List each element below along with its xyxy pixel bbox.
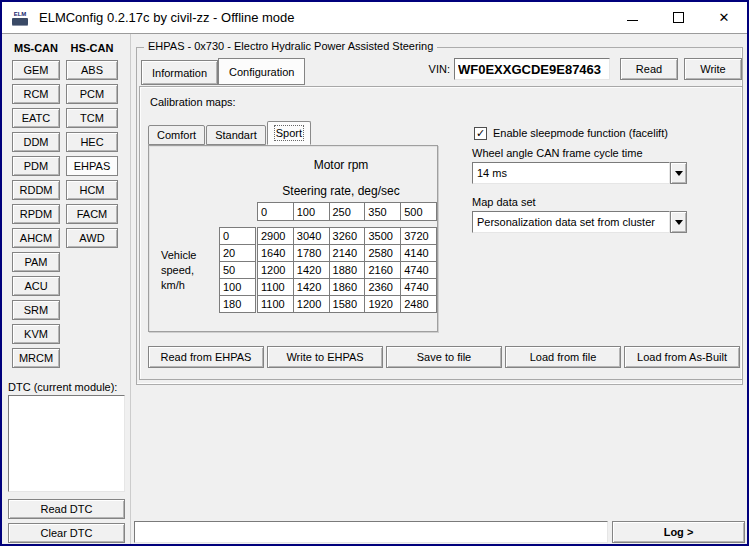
- vin-read-button[interactable]: Read: [620, 58, 678, 80]
- client-area: MS-CANGEMRCMEATCDDMPDMRDDMRPDMAHCMPAMACU…: [2, 34, 747, 544]
- maximize-button[interactable]: [655, 2, 701, 33]
- module-button-rpdm[interactable]: RPDM: [12, 204, 60, 224]
- dtc-listbox[interactable]: [8, 395, 125, 492]
- read-dtc-button[interactable]: Read DTC: [8, 499, 125, 519]
- module-button-gem[interactable]: GEM: [12, 60, 60, 80]
- map-row-label[interactable]: 0: [220, 228, 256, 245]
- map-value-cell[interactable]: 2900: [258, 228, 294, 245]
- map-col-header[interactable]: 500: [401, 203, 437, 221]
- action-button-load-from-file[interactable]: Load from file: [505, 346, 621, 368]
- action-button-write-to-ehpas[interactable]: Write to EHPAS: [267, 346, 383, 368]
- module-button-abs[interactable]: ABS: [66, 60, 118, 80]
- map-row-label[interactable]: 50: [220, 262, 256, 279]
- map-value-cell[interactable]: 1860: [329, 279, 365, 296]
- map-value-cell[interactable]: 2580: [365, 245, 401, 262]
- module-button-pdm[interactable]: PDM: [12, 156, 60, 176]
- map-value-cell[interactable]: 4740: [401, 262, 437, 279]
- map-columns-title: Steering rate, deg/sec: [257, 184, 425, 198]
- module-button-awd[interactable]: AWD: [66, 228, 118, 248]
- module-button-mrcm[interactable]: MRCM: [12, 348, 60, 368]
- map-value-cell[interactable]: 1920: [365, 296, 401, 313]
- map-value-cell[interactable]: 1100: [258, 296, 294, 313]
- module-button-ddm[interactable]: DDM: [12, 132, 60, 152]
- module-button-pcm[interactable]: PCM: [66, 84, 118, 104]
- chevron-down-icon: [675, 171, 683, 176]
- map-value-cell[interactable]: 3500: [365, 228, 401, 245]
- map-row-label[interactable]: 180: [220, 296, 256, 313]
- module-button-ehpas[interactable]: EHPAS: [66, 156, 118, 176]
- map-value-cell[interactable]: 1200: [258, 262, 294, 279]
- log-toggle-button[interactable]: Log >: [612, 521, 745, 543]
- module-button-facm[interactable]: FACM: [66, 204, 118, 224]
- map-tab-sport[interactable]: Sport: [267, 121, 311, 145]
- close-button[interactable]: ✕: [701, 2, 747, 33]
- map-value-cell[interactable]: 2360: [365, 279, 401, 296]
- module-button-rddm[interactable]: RDDM: [12, 180, 60, 200]
- map-value-cell[interactable]: 1200: [293, 296, 329, 313]
- module-button-srm[interactable]: SRM: [12, 300, 60, 320]
- module-button-ahcm[interactable]: AHCM: [12, 228, 60, 248]
- map-row-label[interactable]: 100: [220, 279, 256, 296]
- vin-write-button[interactable]: Write: [684, 58, 742, 80]
- sleepmode-label: Enable sleepmode function (facelift): [493, 127, 668, 139]
- module-button-hec[interactable]: HEC: [66, 132, 118, 152]
- wheel-angle-select[interactable]: 14 ms: [472, 162, 687, 184]
- map-value-cell[interactable]: 3260: [329, 228, 365, 245]
- map-col-header[interactable]: 100: [293, 203, 329, 221]
- wheel-angle-dropdown-button[interactable]: [670, 162, 687, 184]
- map-col-header[interactable]: 250: [329, 203, 365, 221]
- map-data-set-select[interactable]: Personalization data set from cluster: [472, 211, 687, 233]
- map-data-set-label: Map data set: [472, 196, 536, 208]
- module-button-acu[interactable]: ACU: [12, 276, 60, 296]
- map-value-cell[interactable]: 4140: [401, 245, 437, 262]
- map-tab-standart[interactable]: Standart: [206, 125, 266, 145]
- action-button-read-from-ehpas[interactable]: Read from EHPAS: [148, 346, 264, 368]
- map-tab-label: Comfort: [157, 129, 196, 141]
- map-col-header[interactable]: 350: [365, 203, 401, 221]
- module-button-kvm[interactable]: KVM: [12, 324, 60, 344]
- action-button-row: Read from EHPASWrite to EHPASSave to fil…: [148, 346, 740, 368]
- tab-configuration[interactable]: Configuration: [218, 58, 305, 85]
- map-value-cell[interactable]: 3040: [293, 228, 329, 245]
- map-value-cell[interactable]: 1640: [258, 245, 294, 262]
- map-value-cell[interactable]: 2160: [365, 262, 401, 279]
- module-button-rcm[interactable]: RCM: [12, 84, 60, 104]
- map-value-cell[interactable]: 1100: [258, 279, 294, 296]
- module-button-tcm[interactable]: TCM: [66, 108, 118, 128]
- minimize-icon: [627, 20, 638, 21]
- map-value-cell[interactable]: 1420: [293, 279, 329, 296]
- map-value-cell[interactable]: 4740: [401, 279, 437, 296]
- window-title: ELMConfig 0.2.17c by civil-zz - Offline …: [39, 10, 295, 25]
- clear-dtc-button[interactable]: Clear DTC: [8, 523, 125, 543]
- map-tab-comfort[interactable]: Comfort: [148, 125, 205, 145]
- window-controls: ✕: [609, 2, 747, 33]
- map-row-label[interactable]: 20: [220, 245, 256, 262]
- action-button-save-to-file[interactable]: Save to file: [386, 346, 502, 368]
- map-data-set-dropdown-button[interactable]: [670, 211, 687, 233]
- map-col-header[interactable]: 0: [258, 203, 294, 221]
- calibration-map-panel: Motor rpm Steering rate, deg/sec 0100250…: [148, 145, 438, 332]
- module-tabs: InformationConfiguration: [141, 57, 305, 85]
- tab-information[interactable]: Information: [141, 60, 218, 85]
- can-bus-header: MS-CAN: [12, 42, 60, 56]
- log-status-field[interactable]: [134, 521, 608, 543]
- map-value-cell[interactable]: 2140: [329, 245, 365, 262]
- module-button-eatc[interactable]: EATC: [12, 108, 60, 128]
- map-value-cell[interactable]: 2480: [401, 296, 437, 313]
- map-tab-label: Sport: [276, 127, 302, 139]
- action-button-load-from-as-built[interactable]: Load from As-Built: [624, 346, 740, 368]
- map-value-cell[interactable]: 1420: [293, 262, 329, 279]
- calibration-maps-label: Calibration maps:: [150, 96, 236, 108]
- minimize-button[interactable]: [609, 2, 655, 33]
- module-button-hcm[interactable]: HCM: [66, 180, 118, 200]
- sleepmode-checkbox[interactable]: ✓: [474, 127, 487, 140]
- wheel-angle-value: 14 ms: [472, 162, 670, 184]
- map-value-cell[interactable]: 1880: [329, 262, 365, 279]
- map-value-cell[interactable]: 1580: [329, 296, 365, 313]
- vin-input[interactable]: [454, 58, 610, 80]
- map-tab-label: Standart: [215, 129, 257, 141]
- module-button-pam[interactable]: PAM: [12, 252, 60, 272]
- map-value-cell[interactable]: 3720: [401, 228, 437, 245]
- dtc-label: DTC (current module):: [8, 381, 117, 393]
- map-value-cell[interactable]: 1780: [293, 245, 329, 262]
